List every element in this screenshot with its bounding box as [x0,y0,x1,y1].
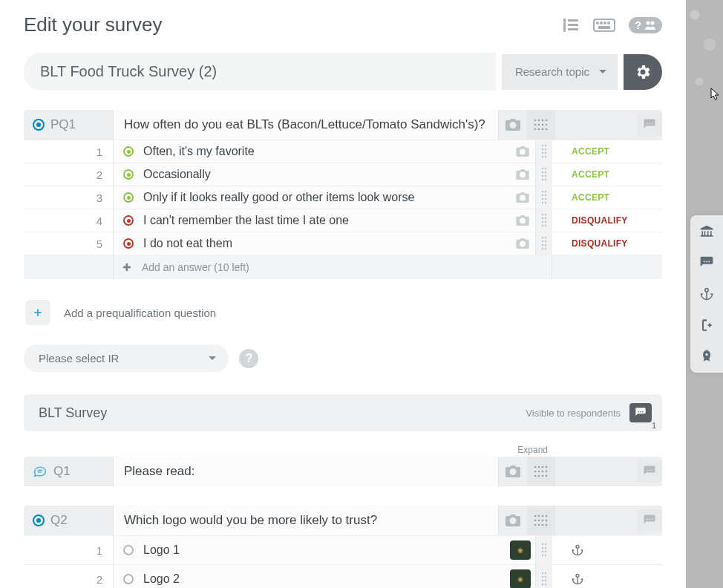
section-comment-icon[interactable]: 1 [629,403,652,422]
ir-label: Please select IR [39,352,119,365]
drag-handle-icon[interactable] [536,186,552,209]
drag-handle-icon[interactable] [536,163,552,186]
svg-point-77 [538,475,540,477]
answer-radio[interactable] [114,192,143,203]
question-text[interactable]: How often do you eat BLTs (Bacon/Lettuce… [113,110,499,140]
camera-icon[interactable] [510,169,535,180]
svg-point-25 [546,128,548,131]
answer-text[interactable]: Only if it looks really good or other it… [143,191,510,204]
svg-point-45 [545,195,546,196]
svg-point-12 [647,21,650,24]
survey-name-input[interactable]: BLT Food Truck Survey (2) [24,53,496,91]
answer-row: 2Logo 2◉ [24,564,662,588]
answer-radio[interactable] [114,238,143,249]
tool-institution-icon[interactable] [698,223,716,241]
answer-number: 1 [24,536,113,564]
expand-link[interactable]: Expand [24,445,662,455]
svg-point-29 [545,148,546,150]
answer-radio[interactable] [114,574,143,584]
settings-button[interactable] [624,54,662,90]
svg-point-72 [534,471,537,473]
svg-point-55 [545,221,546,223]
camera-icon[interactable] [510,238,535,249]
help-icon[interactable]: ? [239,349,258,368]
section-name[interactable]: BLT Survey [39,405,107,421]
svg-rect-2 [563,19,566,32]
answer-number: 1 [24,140,113,163]
grid-drag-icon[interactable] [527,110,555,140]
question-text[interactable]: Which logo would you be more likely to t… [113,506,499,535]
svg-point-83 [546,515,548,517]
tool-insert-icon[interactable] [698,316,716,334]
answer-radio[interactable] [114,215,143,226]
svg-point-48 [542,202,543,203]
header-icons: ? [562,17,662,33]
svg-point-59 [545,237,546,238]
question-header: Q1 Please read: [24,457,662,486]
logo-thumbnail[interactable]: ◉ [510,569,531,588]
svg-point-35 [545,168,546,169]
answer-text[interactable]: Logo 1 [143,543,510,557]
tool-anchor-icon[interactable] [698,285,716,303]
logo-thumbnail[interactable]: ◉ [510,540,531,560]
drag-handle-icon[interactable] [536,536,552,564]
drag-handle-icon[interactable] [536,140,552,163]
anchor-icon[interactable] [552,536,662,564]
question-code: Q1 [53,464,71,479]
help-people-icon[interactable]: ? [629,17,662,33]
svg-point-76 [534,475,537,477]
answer-number: 4 [24,209,113,232]
drag-handle-icon[interactable] [536,232,552,255]
grid-drag-icon[interactable] [527,506,555,535]
camera-icon[interactable] [510,192,535,203]
camera-icon[interactable] [499,457,527,486]
add-pq-label: Add a prequalification question [64,307,216,319]
answer-text[interactable]: I can't remember the last time I ate one [143,214,510,227]
svg-point-16 [542,120,544,122]
camera-icon[interactable] [499,506,527,535]
ir-dropdown[interactable]: Please select IR [24,344,229,372]
answer-status[interactable]: ACCEPT [552,186,662,209]
anchor-icon[interactable] [552,565,662,588]
svg-point-74 [542,471,544,473]
svg-point-42 [542,191,543,192]
svg-point-92 [542,543,543,545]
drag-handle-icon[interactable] [536,565,552,588]
camera-icon[interactable] [510,215,535,226]
drag-handle-icon[interactable] [536,209,552,232]
dropdown-label: Research topic [515,65,589,78]
outline-view-icon[interactable] [562,17,580,33]
answer-text[interactable]: Logo 2 [143,572,510,586]
answer-text[interactable]: I do not eat them [143,237,510,250]
camera-icon[interactable] [499,110,527,140]
svg-point-23 [538,128,540,131]
grid-drag-icon[interactable] [527,457,555,486]
camera-icon[interactable] [510,146,535,157]
answer-status[interactable]: ACCEPT [552,163,662,186]
answer-status[interactable]: ACCEPT [552,140,662,163]
answer-radio[interactable] [114,169,143,180]
answer-text[interactable]: Often, it's my favorite [143,145,510,158]
add-answer-button[interactable]: ✚ Add an answer (10 left) [113,255,552,279]
add-prequalification-button[interactable]: + Add a prequalification question [25,300,662,325]
svg-point-19 [538,124,540,126]
comment-icon[interactable] [637,460,662,483]
comment-icon[interactable] [637,509,662,532]
svg-point-43 [545,191,546,192]
question-text[interactable]: Please read: [113,457,499,486]
answer-radio[interactable] [114,545,143,555]
svg-point-7 [597,22,598,24]
tool-rocket-icon[interactable] [698,347,716,365]
svg-point-70 [542,466,544,468]
answer-radio[interactable] [114,146,143,157]
tool-comment-icon[interactable] [698,254,716,272]
comment-icon[interactable] [637,114,662,136]
answer-number: 5 [24,232,113,255]
svg-point-30 [542,152,543,154]
keyboard-icon[interactable] [593,17,615,33]
research-topic-dropdown[interactable]: Research topic [502,54,618,90]
answer-status[interactable]: DISQUALIFY [552,209,662,232]
svg-point-22 [534,128,537,131]
answer-text[interactable]: Occasionally [143,168,510,181]
answer-status[interactable]: DISQUALIFY [552,232,662,255]
